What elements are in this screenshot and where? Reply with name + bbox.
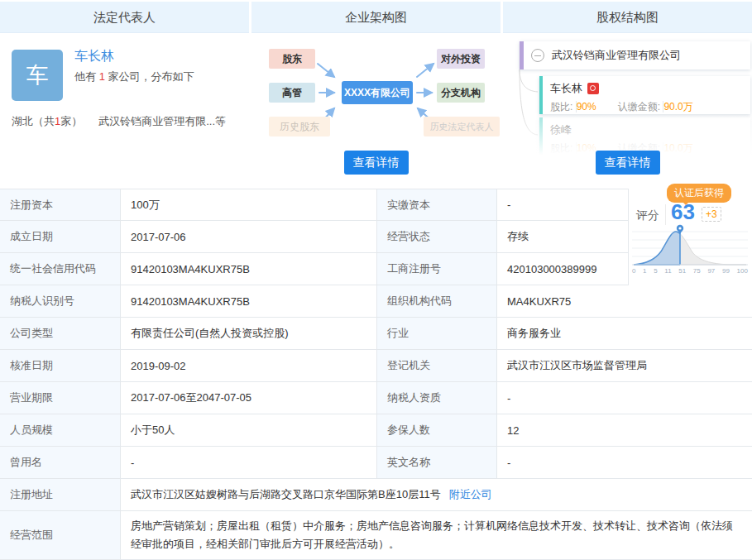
region-suffix: 家）: [60, 115, 82, 127]
row-label: 英文名称: [376, 447, 496, 479]
org-node-branches[interactable]: 分支机构: [437, 83, 485, 103]
row-value: 12: [496, 414, 752, 447]
row-value: 有限责任公司(自然人投资或控股): [120, 318, 376, 350]
org-chart-detail-button[interactable]: 查看详情: [344, 151, 409, 175]
region-row: 湖北（共1家） 武汉铃铛商业管理有限...等: [12, 114, 244, 129]
ratio-value: 10%: [576, 142, 596, 154]
legal-rep-panel-title: 法定代表人: [0, 2, 249, 33]
table-row-address: 注册地址 武汉市江汉区姑嫂树路与后湖路交叉路口京华国际第B座10层11号 附近公…: [0, 479, 752, 511]
table-row-business-scope: 经营范围 房地产营销策划；房屋出租（租赁）中介服务；房地产信息咨询服务；计算机网…: [0, 511, 752, 560]
row-label: 成立日期: [0, 221, 120, 253]
company-count-text: 他有 1 家公司，分布如下: [74, 69, 194, 84]
table-row: 公司类型 有限责任公司(自然人投资或控股) 行业 商务服务业: [0, 318, 752, 350]
row-value: -: [496, 382, 752, 414]
row-value: 91420103MA4KUXR75B: [120, 285, 376, 318]
company-count-prefix: 他有: [74, 70, 99, 83]
row-label: 注册地址: [0, 479, 120, 511]
registered-address: 武汉市江汉区姑嫂树路与后湖路交叉路口京华国际第B座10层11号: [131, 487, 441, 502]
row-value: 武汉市江汉区市场监督管理局: [496, 350, 752, 382]
org-node-investments[interactable]: 对外投资: [437, 49, 485, 69]
nearby-companies-link[interactable]: 附近公司: [449, 487, 492, 502]
row-value: 100万: [120, 189, 376, 221]
shareholder-name-row: 徐峰: [550, 122, 750, 137]
row-label: 注册资本: [0, 189, 120, 221]
row-label: 人员规模: [0, 414, 120, 447]
table-row: 人员规模 小于50人 参保人数 12: [0, 414, 752, 447]
root-card-color-bar: [520, 41, 524, 69]
region-text: 湖北（共1家）: [12, 114, 82, 129]
equity-chart-detail-button[interactable]: 查看详情: [596, 151, 660, 175]
shareholder-name: 车长林: [550, 81, 582, 96]
company-count-number: 1: [99, 70, 105, 83]
row-value: MA4KUXR75: [496, 285, 752, 318]
equity-chart-panel: 股权结构图 武汉铃铛商业管理有限公司: [503, 2, 752, 186]
equity-chart-panel-title: 股权结构图: [503, 2, 752, 33]
table-row: 纳税人识别号 91420103MA4KUXR75B 组织机构代码 MA4KUXR…: [0, 285, 752, 318]
row-label: 曾用名: [0, 447, 120, 479]
org-chart-panel-title: 企业架构图: [251, 2, 501, 33]
row-label: 经营状态: [376, 221, 496, 253]
org-node-history-shareholders[interactable]: 历史股东: [269, 117, 330, 136]
top-section: 法定代表人 车 车长林 他有 1 家公司，分布如下 湖北（共1家） 武汉铃铛商业…: [0, 0, 752, 186]
shareholder-card[interactable]: 车长林 股比: 90%认缴金额: 90.0万: [539, 76, 750, 114]
company-profile-page: 法定代表人 车 车长林 他有 1 家公司，分布如下 湖北（共1家） 武汉铃铛商业…: [0, 0, 752, 560]
collapse-minus-icon[interactable]: [531, 49, 544, 62]
ratio-label: 股比:: [550, 101, 572, 112]
row-value: 91420103MA4KUXR75B: [120, 253, 376, 285]
equity-chart-panel-body: 武汉铃铛商业管理有限公司 车长林 股比: 90%认缴金额: 90.0万: [503, 33, 752, 186]
ratio-value: 90%: [576, 101, 596, 112]
equity-root-company-name: 武汉铃铛商业管理有限公司: [552, 48, 681, 63]
shareholder-name: 徐峰: [550, 122, 572, 137]
row-filler: [629, 221, 752, 253]
row-label: 营业期限: [0, 382, 120, 414]
row-label: 实缴资本: [376, 189, 496, 221]
row-label: 纳税人识别号: [0, 285, 120, 318]
row-value: 商务服务业: [496, 318, 752, 350]
row-label: 纳税人资质: [376, 382, 496, 414]
row-label: 核准日期: [0, 350, 120, 382]
company-count-suffix: 家公司，分布如下: [105, 70, 194, 83]
row-label: 组织机构代码: [376, 285, 496, 318]
row-filler: [629, 253, 752, 285]
org-node-shareholders[interactable]: 股东: [269, 49, 315, 69]
table-row: 统一社会信用代码 91420103MA4KUXR75B 工商注册号 420103…: [0, 253, 752, 285]
row-value: 420103000389999: [496, 253, 629, 285]
scope-value-cell: 房地产营销策划；房屋出租（租赁）中介服务；房地产信息咨询服务；计算机网络信息技术…: [120, 511, 752, 560]
table-row: 注册资本 100万 实缴资本 -: [0, 189, 752, 221]
company-summary[interactable]: 武汉铃铛商业管理有限...等: [98, 114, 226, 129]
org-chart-panel: 企业架构图: [251, 2, 501, 186]
avatar[interactable]: 车: [12, 50, 63, 101]
row-value: -: [496, 447, 752, 479]
row-value: 小于50人: [120, 414, 376, 447]
org-chart-panel-body: 股东 高管 历史股东 XXXX有限公司 对外投资 分支机构 历史法定代表人 查看…: [251, 33, 501, 186]
legal-rep-name-link[interactable]: 车长林: [74, 48, 114, 65]
table-row: 营业期限 2017-07-06至2047-07-05 纳税人资质 -: [0, 382, 752, 414]
legal-rep-panel: 法定代表人 车 车长林 他有 1 家公司，分布如下 湖北（共1家） 武汉铃铛商业…: [0, 2, 249, 186]
ratio-label: 股比:: [550, 142, 572, 154]
row-label: 参保人数: [376, 414, 496, 447]
shareholder-card-color-bar: [539, 76, 543, 114]
org-node-history-legal-rep[interactable]: 历史法定代表人: [424, 117, 500, 136]
shareholder-name-row: 车长林: [550, 81, 750, 96]
table-row: 曾用名 - 英文名称 -: [0, 447, 752, 479]
business-scope-text: 房地产营销策划；房屋出租（租赁）中介服务；房地产信息咨询服务；计算机网络信息技术…: [131, 517, 742, 553]
row-value: 2019-09-02: [120, 350, 376, 382]
equity-root-company-card[interactable]: 武汉铃铛商业管理有限公司: [520, 41, 750, 69]
legal-rep-badge-icon: [587, 83, 599, 94]
row-label: 行业: [376, 318, 496, 350]
row-label: 统一社会信用代码: [0, 253, 120, 285]
amount-label: 认缴金额:: [618, 101, 660, 112]
shareholder-card-color-bar: [539, 117, 543, 156]
row-value: 2017-07-06: [120, 221, 376, 253]
row-label: 公司类型: [0, 318, 120, 350]
amount-value: 90.0万: [663, 101, 692, 112]
org-node-company[interactable]: XXXX有限公司: [342, 81, 413, 104]
region-prefix: 湖北（共: [12, 115, 55, 127]
row-value: 存续: [496, 221, 629, 253]
row-value: -: [120, 447, 376, 479]
row-label: 工商注册号: [376, 253, 496, 285]
company-info-table: 注册资本 100万 实缴资本 - 成立日期 2017-07-06 经营状态 存续…: [0, 189, 752, 560]
org-node-executives[interactable]: 高管: [269, 83, 315, 103]
row-value: -: [496, 189, 629, 221]
row-filler: [629, 189, 752, 221]
